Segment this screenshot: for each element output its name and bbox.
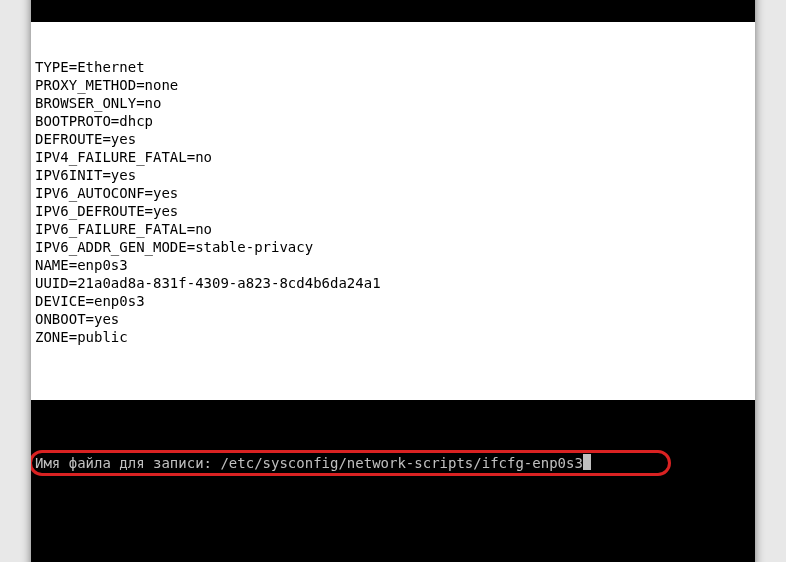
file-line: IPV6_FAILURE_FATAL=no: [35, 220, 751, 238]
file-line: DEFROUTE=yes: [35, 130, 751, 148]
file-line: IPV6_AUTOCONF=yes: [35, 184, 751, 202]
file-line: IPV6INIT=yes: [35, 166, 751, 184]
save-prompt-label: Имя файла для записи:: [35, 454, 220, 472]
file-line: TYPE=Ethernet: [35, 58, 751, 76]
shortcut-bar: ^GПомощьM-DФормат DOSM-AДоп. в началоM-B…: [31, 526, 755, 562]
blank-line: [35, 382, 751, 400]
file-line: ZONE=public: [35, 328, 751, 346]
blank-line: [35, 40, 751, 58]
file-line: NAME=enp0s3: [35, 256, 751, 274]
blank-line: [35, 364, 751, 382]
terminal-content[interactable]: GNU nano 2.3.1 Файл: /etc/sysconfig/netw…: [31, 0, 755, 562]
file-line: IPV4_FAILURE_FATAL=no: [35, 148, 751, 166]
file-line: UUID=21a0ad8a-831f-4309-a823-8cd4b6da24a…: [35, 274, 751, 292]
cursor: [583, 454, 591, 470]
save-prompt-value[interactable]: /etc/sysconfig/network-scripts/ifcfg-enp…: [220, 454, 582, 472]
file-line: ONBOOT=yes: [35, 310, 751, 328]
file-line: IPV6_DEFROUTE=yes: [35, 202, 751, 220]
terminal-window: patts@local:~ Файл Правка Вид Поиск Терм…: [31, 0, 755, 562]
file-line: DEVICE=enp0s3: [35, 292, 751, 310]
file-line: BROWSER_ONLY=no: [35, 94, 751, 112]
editor-content[interactable]: TYPE=EthernetPROXY_METHOD=noneBROWSER_ON…: [31, 22, 755, 400]
blank-line: [35, 346, 751, 364]
file-line: BOOTPROTO=dhcp: [35, 112, 751, 130]
file-line: PROXY_METHOD=none: [35, 76, 751, 94]
file-line: IPV6_ADDR_GEN_MODE=stable-privacy: [35, 238, 751, 256]
save-prompt-row[interactable]: Имя файла для записи: /etc/sysconfig/net…: [31, 454, 755, 472]
